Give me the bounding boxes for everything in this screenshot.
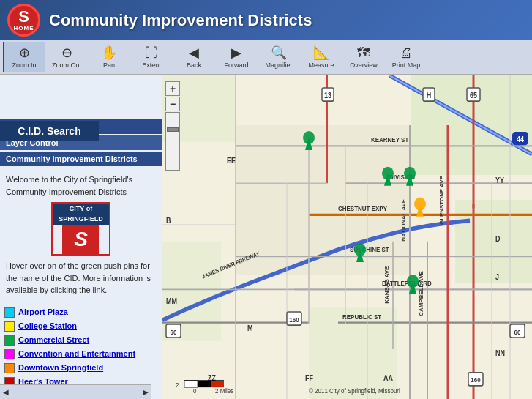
cid-search-label: C.I.D. Search: [18, 125, 80, 137]
svg-text:FF: FF: [305, 374, 313, 383]
logo-home: HOME: [14, 25, 34, 31]
city-logo-s: S: [62, 225, 99, 254]
city-logo-area: CITY of SPRINGFIELD S: [6, 202, 156, 256]
zoom-out-icon: ⊖: [61, 45, 72, 61]
extent-label: Extent: [142, 61, 161, 69]
svg-text:0: 0: [193, 387, 197, 395]
cid-search-box: C.I.D. Search: [0, 121, 99, 141]
measure-button[interactable]: 📐 Measure: [300, 42, 342, 72]
cid-section-header: Community Improvement Districts: [0, 152, 162, 166]
svg-text:2 Miles: 2 Miles: [215, 387, 233, 395]
city-logo: CITY of SPRINGFIELD S: [51, 202, 110, 256]
commercial-street-link[interactable]: Commercial Street: [18, 335, 89, 345]
downtown-color: [4, 363, 15, 373]
magnifier-button[interactable]: 🔍 Magnifier: [258, 42, 300, 72]
back-label: Back: [187, 61, 201, 69]
back-button[interactable]: ◀ Back: [173, 42, 215, 72]
zoom-in-label: Zoom In: [12, 61, 36, 69]
svg-text:60: 60: [514, 328, 521, 336]
downtown-link[interactable]: Downtown Springfield: [18, 362, 103, 373]
svg-text:65: 65: [470, 91, 478, 100]
zoom-out-button[interactable]: ⊖ Zoom Out: [45, 42, 88, 72]
pan-button[interactable]: ✋ Pan: [88, 42, 130, 72]
list-item: College Station: [4, 321, 157, 332]
map-zoom-in-btn[interactable]: +: [165, 81, 180, 96]
svg-text:13: 13: [324, 91, 331, 100]
overview-icon: 🗺: [357, 45, 370, 61]
zoom-sep: [168, 116, 178, 116]
welcome-text: Welcome to the City of Springfield's Com…: [6, 174, 156, 198]
svg-text:J: J: [495, 272, 499, 281]
pan-label: Pan: [103, 61, 115, 69]
list-item: Downtown Springfield: [4, 362, 157, 373]
convention-link[interactable]: Convention and Entertainment: [18, 348, 135, 359]
svg-text:REPUBLIC ST: REPUBLIC ST: [342, 313, 382, 321]
pan-icon: ✋: [101, 45, 117, 61]
print-map-button[interactable]: 🖨 Print Map: [385, 42, 427, 72]
list-item: Convention and Entertainment: [4, 348, 157, 359]
extent-button[interactable]: ⛶ Extent: [130, 42, 173, 72]
svg-text:NATIONAL AVE: NATIONAL AVE: [400, 199, 406, 242]
zoom-in-button[interactable]: ⊕ Zoom In: [3, 42, 45, 72]
app-header: S HOME Community Improvement Districts: [0, 0, 532, 40]
svg-text:CHESTNUT EXPY: CHESTNUT EXPY: [338, 204, 387, 212]
zoom-slider[interactable]: [165, 112, 180, 171]
overview-label: Overview: [350, 61, 378, 69]
airport-plaza-color: [4, 307, 15, 318]
extent-icon: ⛶: [145, 45, 158, 61]
convention-color: [4, 349, 15, 359]
next-arrow[interactable]: ▶: [143, 388, 149, 396]
airport-plaza-link[interactable]: Airport Plaza: [18, 307, 68, 317]
sidebar-nav: ◀ ▶: [0, 384, 151, 399]
svg-text:H: H: [427, 91, 432, 100]
svg-text:B: B: [166, 216, 171, 225]
map-svg: KEARNEY ST DIVISION CHESTNUT EXPY SUNSHI…: [162, 75, 532, 399]
svg-text:© 2011 City of Springfield, Mi: © 2011 City of Springfield, Missouri: [309, 387, 400, 395]
svg-text:NN: NN: [495, 349, 505, 358]
print-icon: 🖨: [400, 45, 413, 61]
commercial-street-color: [4, 335, 15, 346]
svg-text:160: 160: [471, 376, 481, 384]
svg-rect-5: [309, 307, 397, 399]
zoom-in-icon: ⊕: [19, 45, 30, 61]
logo-s: S: [18, 9, 29, 25]
svg-text:44: 44: [517, 135, 525, 143]
forward-button[interactable]: ▶ Forward: [215, 42, 258, 72]
college-station-link[interactable]: College Station: [18, 321, 77, 331]
back-icon: ◀: [189, 45, 199, 61]
svg-rect-3: [455, 200, 532, 283]
zoom-handle[interactable]: [167, 127, 179, 132]
hover-instructions: Hover over on of the green push pins for…: [6, 260, 156, 297]
svg-text:EE: EE: [227, 157, 236, 165]
prev-arrow[interactable]: ◀: [3, 388, 9, 396]
magnifier-label: Magnifier: [265, 61, 292, 69]
svg-text:M: M: [247, 324, 253, 333]
overview-button[interactable]: 🗺 Overview: [342, 42, 385, 72]
map-zoom-out-btn[interactable]: −: [165, 97, 180, 111]
print-label: Print Map: [392, 61, 421, 69]
map-toolbar: ⊕ Zoom In ⊖ Zoom Out ✋ Pan ⛶ Extent ◀ Ba…: [0, 40, 532, 75]
svg-text:GLENSTONE AVE: GLENSTONE AVE: [438, 176, 444, 225]
svg-text:KANSAS AVE: KANSAS AVE: [383, 266, 389, 304]
list-item: Airport Plaza: [4, 307, 157, 318]
city-logo-top: CITY of SPRINGFIELD: [53, 204, 109, 225]
svg-text:CAMPBELL AVE: CAMPBELL AVE: [418, 271, 424, 316]
zoom-out-label: Zoom Out: [52, 61, 81, 69]
svg-text:D: D: [495, 234, 501, 243]
svg-text:60: 60: [171, 328, 177, 336]
svg-text:2: 2: [176, 381, 179, 389]
map-area[interactable]: KEARNEY ST DIVISION CHESTNUT EXPY SUNSHI…: [162, 75, 532, 399]
home-logo[interactable]: S HOME: [7, 4, 40, 37]
svg-rect-86: [198, 381, 211, 387]
app-title: Community Improvement Districts: [49, 11, 312, 30]
list-item: Commercial Street: [4, 335, 157, 346]
forward-label: Forward: [224, 61, 248, 69]
main-content: C.I.D. Search Results Layer Control Comm…: [0, 75, 532, 399]
svg-text:KEARNEY ST: KEARNEY ST: [371, 135, 409, 143]
sidebar-welcome: Welcome to the City of Springfield's Com…: [0, 168, 162, 304]
svg-text:160: 160: [289, 316, 299, 324]
svg-text:MM: MM: [166, 297, 177, 305]
svg-text:YY: YY: [495, 176, 505, 185]
svg-text:AA: AA: [383, 374, 393, 383]
magnifier-icon: 🔍: [271, 45, 287, 61]
